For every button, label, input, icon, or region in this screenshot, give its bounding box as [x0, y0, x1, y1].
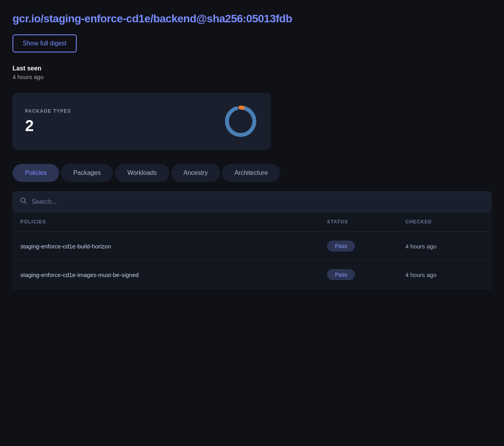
- last-seen-value: 4 hours ago: [13, 74, 491, 80]
- package-types-donut-chart: [223, 104, 258, 139]
- policy-name: staging-enforce-cd1e-images-must-be-sign…: [20, 272, 327, 278]
- tab-ancestry[interactable]: Ancestry: [171, 164, 220, 182]
- search-bar: [13, 191, 491, 212]
- tab-workloads[interactable]: Workloads: [115, 164, 169, 182]
- status-badge: Pass: [327, 241, 405, 252]
- package-types-card: PACKAGE TYPES 2: [13, 93, 271, 150]
- tab-policies[interactable]: Policies: [13, 164, 59, 182]
- package-types-label: PACKAGE TYPES: [25, 108, 71, 114]
- svg-point-1: [227, 108, 254, 135]
- show-full-digest-button[interactable]: Show full digest: [13, 34, 77, 52]
- search-input[interactable]: [32, 198, 484, 205]
- package-types-info: PACKAGE TYPES 2: [25, 108, 71, 135]
- column-header-status: STATUS: [327, 219, 405, 225]
- last-seen-section: Last seen 4 hours ago: [13, 65, 491, 80]
- page-title: gcr.io/staging-enforce-cd1e/backend@sha2…: [13, 13, 491, 25]
- status-badge: Pass: [327, 269, 405, 280]
- checked-time: 4 hours ago: [405, 272, 484, 278]
- search-icon: [20, 197, 27, 206]
- table-row[interactable]: staging-enforce-cd1e-build-horizon Pass …: [13, 232, 491, 261]
- svg-line-4: [25, 202, 27, 204]
- table-header: POLICIES STATUS CHECKED: [13, 212, 491, 232]
- policy-name: staging-enforce-cd1e-build-horizon: [20, 243, 327, 250]
- last-seen-label: Last seen: [13, 65, 491, 72]
- package-types-count: 2: [25, 117, 71, 135]
- tab-architecture[interactable]: Architecture: [222, 164, 280, 182]
- tab-packages[interactable]: Packages: [61, 164, 113, 182]
- table-row[interactable]: staging-enforce-cd1e-images-must-be-sign…: [13, 261, 491, 289]
- policies-table: POLICIES STATUS CHECKED staging-enforce-…: [13, 212, 491, 289]
- column-header-checked: CHECKED: [405, 219, 484, 225]
- pass-badge: Pass: [327, 241, 355, 252]
- tabs-container: Policies Packages Workloads Ancestry Arc…: [13, 164, 280, 182]
- column-header-policies: POLICIES: [20, 219, 327, 225]
- checked-time: 4 hours ago: [405, 243, 484, 250]
- pass-badge: Pass: [327, 269, 355, 280]
